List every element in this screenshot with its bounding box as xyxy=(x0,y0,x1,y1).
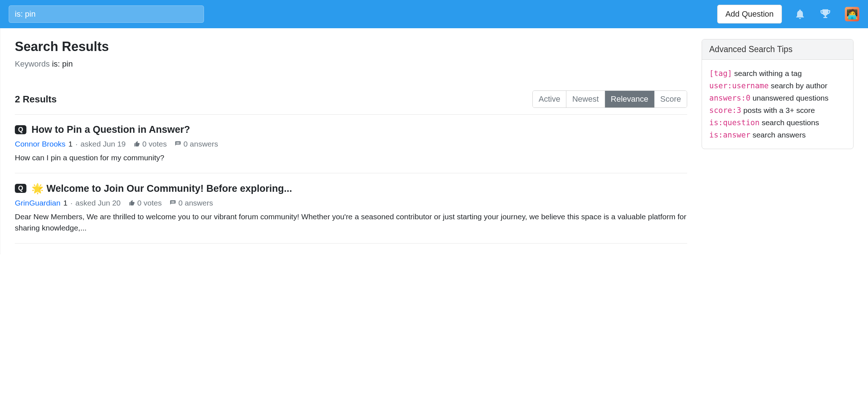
topbar: Add Question 🧑‍💻 xyxy=(0,0,868,28)
tip-code: user:username xyxy=(709,81,769,90)
meta-dot: · xyxy=(76,140,78,148)
tip-code: score:3 xyxy=(709,106,741,115)
answers-text: 0 answers xyxy=(183,140,218,148)
result-excerpt: Dear New Members, We are thrilled to wel… xyxy=(15,211,687,234)
results-count: 2 Results xyxy=(15,94,57,105)
search-tips-body: [tag] search withing a tag user:username… xyxy=(702,60,853,149)
keywords-row: Keywords is: pin xyxy=(15,59,687,69)
tip-code: is:answer xyxy=(709,131,750,139)
author-reputation: 1 xyxy=(63,199,68,207)
question-badge: Q xyxy=(15,184,26,193)
tip-code: answers:0 xyxy=(709,94,750,102)
author-link[interactable]: Connor Brooks xyxy=(15,140,65,148)
result-excerpt: How can I pin a question for my communit… xyxy=(15,152,687,164)
sidebar: Advanced Search Tips [tag] search within… xyxy=(702,39,854,244)
notifications-icon[interactable] xyxy=(793,7,807,21)
result-title-link[interactable]: How to Pin a Question in Answer? xyxy=(31,124,190,135)
search-input[interactable] xyxy=(9,5,204,23)
main-column: Search Results Keywords is: pin 2 Result… xyxy=(15,39,687,244)
sort-tab-active[interactable]: Active xyxy=(533,91,566,107)
tip-line: answers:0 unanswered questions xyxy=(709,94,846,102)
tip-line: is:question search questions xyxy=(709,118,846,127)
search-tips-card: Advanced Search Tips [tag] search within… xyxy=(702,39,854,149)
votes-chunk: 0 votes xyxy=(134,140,167,148)
answers-chunk: 0 answers xyxy=(175,140,218,148)
votes-text: 0 votes xyxy=(137,199,162,207)
tip-line: user:username search by author xyxy=(709,81,846,90)
answers-text: 0 answers xyxy=(178,199,213,207)
sort-tab-relevance[interactable]: Relevance xyxy=(605,91,654,107)
page-title: Search Results xyxy=(15,39,687,54)
answers-chunk: 0 answers xyxy=(170,199,213,207)
result-item: Q How to Pin a Question in Answer? Conno… xyxy=(15,115,687,173)
tip-code: [tag] xyxy=(709,69,732,78)
tip-text: search answers xyxy=(753,131,806,139)
tip-text: search questions xyxy=(762,118,819,127)
sort-tab-score[interactable]: Score xyxy=(654,91,687,107)
result-title-row: Q 🌟 Welcome to Join Our Community! Befor… xyxy=(15,183,687,194)
trophy-icon[interactable] xyxy=(818,7,833,21)
sort-tabs: Active Newest Relevance Score xyxy=(532,90,687,108)
votes-text: 0 votes xyxy=(142,140,167,148)
tip-text: search by author xyxy=(771,81,827,90)
comment-icon xyxy=(170,200,176,206)
results-header: 2 Results Active Newest Relevance Score xyxy=(15,90,687,115)
comment-icon xyxy=(175,141,181,147)
votes-chunk: 0 votes xyxy=(129,199,162,207)
author-reputation: 1 xyxy=(68,140,73,148)
result-meta: GrinGuardian 1 · asked Jun 20 0 votes 0 … xyxy=(15,199,687,207)
keywords-value: is: pin xyxy=(52,59,73,68)
question-badge: Q xyxy=(15,125,26,134)
tip-code: is:question xyxy=(709,118,760,127)
asked-time: asked Jun 20 xyxy=(76,199,121,207)
tip-line: is:answer search answers xyxy=(709,131,846,139)
tip-line: [tag] search withing a tag xyxy=(709,69,846,78)
result-meta: Connor Brooks 1 · asked Jun 19 0 votes 0… xyxy=(15,140,687,148)
author-link[interactable]: GrinGuardian xyxy=(15,199,60,207)
result-title-link[interactable]: 🌟 Welcome to Join Our Community! Before … xyxy=(31,183,292,194)
add-question-button[interactable]: Add Question xyxy=(717,5,782,24)
tip-text: search withing a tag xyxy=(734,69,802,77)
keywords-label: Keywords xyxy=(15,59,50,68)
search-tips-header: Advanced Search Tips xyxy=(702,39,853,60)
thumbs-up-icon xyxy=(134,141,140,147)
asked-time: asked Jun 19 xyxy=(81,140,126,148)
result-title-row: Q How to Pin a Question in Answer? xyxy=(15,124,687,135)
tip-text: posts with a 3+ score xyxy=(743,106,815,114)
avatar[interactable]: 🧑‍💻 xyxy=(845,7,859,21)
meta-dot: · xyxy=(71,199,73,207)
tip-line: score:3 posts with a 3+ score xyxy=(709,106,846,115)
page-body: Search Results Keywords is: pin 2 Result… xyxy=(0,28,868,254)
result-item: Q 🌟 Welcome to Join Our Community! Befor… xyxy=(15,173,687,244)
sort-tab-newest[interactable]: Newest xyxy=(566,91,604,107)
thumbs-up-icon xyxy=(129,200,135,206)
tip-text: unanswered questions xyxy=(753,94,829,102)
